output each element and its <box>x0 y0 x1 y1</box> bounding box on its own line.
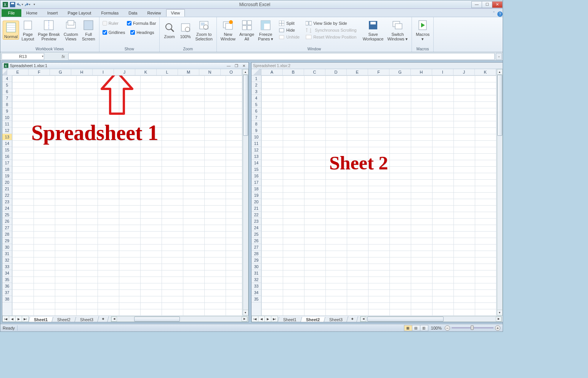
zoom-slider[interactable] <box>452 327 493 328</box>
tab-formulas[interactable]: Formulas <box>96 9 123 17</box>
column-header[interactable]: E <box>347 69 368 75</box>
tab-review[interactable]: Review <box>142 9 166 17</box>
row-header[interactable]: 31 <box>2 251 12 257</box>
headings-checkbox[interactable]: Headings <box>130 29 155 36</box>
column-header[interactable]: F <box>368 69 389 75</box>
row-header[interactable]: 28 <box>2 231 12 238</box>
redo-icon[interactable]: ▾ <box>24 1 30 8</box>
row-headers-1[interactable]: 4567891011121314151617181920212223242526… <box>2 76 12 315</box>
row-header[interactable]: 11 <box>252 140 261 147</box>
column-header[interactable]: K <box>135 69 157 75</box>
row-header[interactable]: 28 <box>252 251 261 257</box>
column-headers-2[interactable]: ABCDEFGHIJK <box>252 69 496 76</box>
sheet-tab[interactable]: Sheet2 <box>51 317 76 322</box>
row-header[interactable]: 25 <box>2 212 12 218</box>
row-header[interactable]: 7 <box>252 114 261 121</box>
row-header[interactable]: 9 <box>2 108 12 114</box>
row-header[interactable]: 36 <box>2 283 12 290</box>
hscrollbar-2[interactable]: ◀▶ <box>360 316 502 322</box>
row-header[interactable]: 30 <box>252 264 261 270</box>
column-header[interactable]: A <box>261 69 283 75</box>
row-header[interactable]: 32 <box>2 257 12 264</box>
row-header[interactable]: 29 <box>2 238 12 244</box>
sheet-tab[interactable]: Sheet1 <box>277 317 302 322</box>
unhide-button[interactable]: Unhide <box>277 34 301 40</box>
row-header[interactable]: 32 <box>252 277 261 283</box>
column-header[interactable]: G <box>50 69 71 75</box>
row-header[interactable]: 6 <box>252 108 261 114</box>
column-header[interactable]: I <box>93 69 114 75</box>
row-header[interactable]: 20 <box>252 199 261 205</box>
row-header[interactable]: 33 <box>2 264 12 270</box>
column-header[interactable]: G <box>389 69 411 75</box>
row-header[interactable]: 27 <box>2 225 12 231</box>
arrange-all-button[interactable]: Arrange All <box>238 18 256 42</box>
save-workspace-button[interactable]: Save Workspace <box>361 18 385 42</box>
column-header[interactable]: L <box>157 69 178 75</box>
hide-button[interactable]: Hide <box>277 27 301 34</box>
cells-2[interactable]: Sheet 2 <box>261 76 496 315</box>
column-header[interactable]: I <box>432 69 453 75</box>
sheet-nav-1[interactable]: I◀◀▶▶I <box>2 316 28 322</box>
row-header[interactable]: 4 <box>252 95 261 101</box>
fx-icon[interactable]: fx <box>58 54 68 59</box>
row-header[interactable]: 34 <box>2 270 12 277</box>
select-all-corner[interactable] <box>2 69 7 75</box>
column-header[interactable]: E <box>7 69 29 75</box>
row-header[interactable]: 35 <box>252 296 261 302</box>
sheet-tabs-1[interactable]: Sheet1Sheet2Sheet3✦ <box>29 316 108 322</box>
row-header[interactable]: 22 <box>2 192 12 199</box>
column-header[interactable]: D <box>325 69 347 75</box>
row-header[interactable]: 9 <box>252 127 261 134</box>
row-header[interactable]: 11 <box>2 121 12 127</box>
row-header[interactable]: 23 <box>2 199 12 205</box>
tab-home[interactable]: Home <box>21 9 42 17</box>
new-sheet-button[interactable]: ✦ <box>97 316 109 322</box>
row-header[interactable]: 19 <box>252 192 261 199</box>
zoom-100-button[interactable]: 100% <box>178 21 193 40</box>
gridlines-checkbox[interactable]: Gridlines <box>102 29 126 36</box>
vscrollbar-2[interactable]: ▲▼ <box>496 69 503 315</box>
switch-windows-button[interactable]: Switch Windows ▾ <box>386 18 410 42</box>
sheet-nav-2[interactable]: I◀◀▶▶I <box>252 316 277 322</box>
column-header[interactable]: H <box>411 69 432 75</box>
column-header[interactable]: N <box>199 69 221 75</box>
column-header[interactable]: K <box>475 69 496 75</box>
row-header[interactable]: 30 <box>2 244 12 251</box>
column-header[interactable]: O <box>221 69 242 75</box>
sheet-tab[interactable]: Sheet3 <box>324 317 348 322</box>
column-header[interactable]: M <box>178 69 199 75</box>
row-header[interactable]: 31 <box>252 270 261 277</box>
zoom-to-selection-button[interactable]: Zoom to Selection <box>194 18 214 42</box>
row-header[interactable]: 15 <box>252 166 261 173</box>
row-header[interactable]: 5 <box>2 82 12 88</box>
column-header[interactable]: H <box>71 69 93 75</box>
zoom-level[interactable]: 100% <box>431 326 442 330</box>
row-header[interactable]: 1 <box>252 76 261 82</box>
row-header[interactable]: 12 <box>252 147 261 153</box>
row-header[interactable]: 38 <box>2 296 12 302</box>
vscrollbar-1[interactable]: ▲▼ <box>242 69 248 315</box>
row-header[interactable]: 15 <box>2 147 12 153</box>
ruler-checkbox[interactable]: Ruler <box>102 20 119 27</box>
hscrollbar-1[interactable]: ◀▶ <box>111 316 248 322</box>
name-box[interactable]: R13▾ <box>2 53 44 60</box>
expand-formula-bar-icon[interactable]: ⌄ <box>496 53 502 60</box>
row-header[interactable]: 17 <box>252 179 261 186</box>
freeze-panes-button[interactable]: Freeze Panes ▾ <box>256 18 275 42</box>
row-header[interactable]: 16 <box>252 173 261 179</box>
row-header[interactable]: 19 <box>2 173 12 179</box>
child-close-icon[interactable]: ✕ <box>241 63 247 68</box>
row-header[interactable]: 14 <box>252 160 261 166</box>
synchronous-scrolling-button[interactable]: Synchronous Scrolling <box>304 27 358 34</box>
row-header[interactable]: 6 <box>2 88 12 95</box>
new-window-button[interactable]: New Window <box>219 18 237 42</box>
sheet-tab[interactable]: Sheet2 <box>300 317 325 322</box>
row-header[interactable]: 29 <box>252 257 261 264</box>
page-break-icon[interactable]: ▥ <box>420 325 428 331</box>
qat-customize-icon[interactable]: ▾ <box>31 1 38 8</box>
save-icon[interactable] <box>9 1 16 8</box>
row-header[interactable]: 18 <box>2 166 12 173</box>
zoom-button[interactable]: Zoom <box>162 21 177 40</box>
column-header[interactable]: J <box>453 69 475 75</box>
